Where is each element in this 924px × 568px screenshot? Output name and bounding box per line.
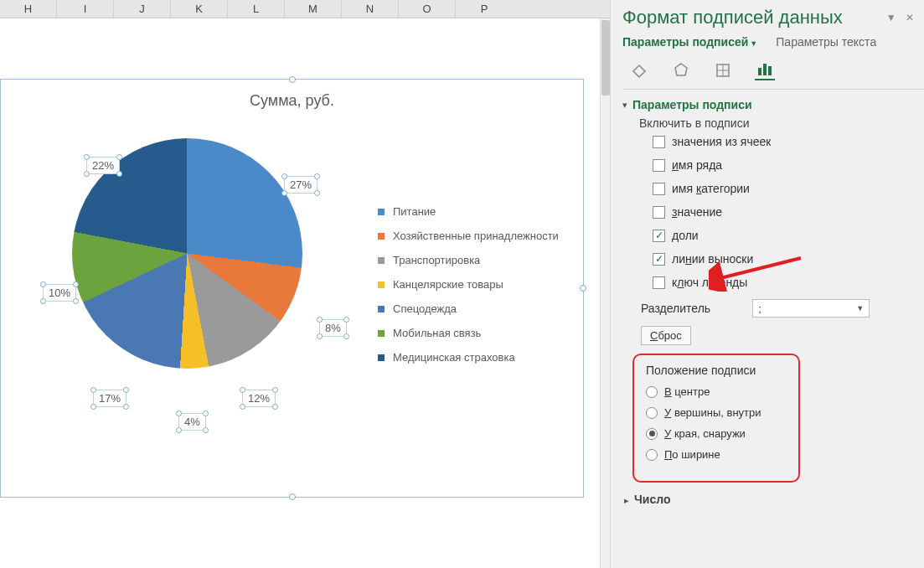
- checkbox-percentage[interactable]: [653, 230, 665, 242]
- legend-item[interactable]: Канцелярские товары: [378, 278, 559, 291]
- checkbox-series-name[interactable]: [653, 159, 665, 172]
- legend-item[interactable]: Транспортировка: [378, 254, 559, 266]
- checkbox-value[interactable]: [653, 206, 665, 219]
- svg-rect-4: [758, 68, 761, 75]
- format-data-labels-panel: Формат подписей данных ▼ ✕ Параметры под…: [610, 0, 924, 568]
- data-label[interactable]: 4%: [178, 413, 206, 431]
- grid-body[interactable]: Сумма, руб. 27% 8% 12% 4% 17% 10% 22% Пи…: [0, 18, 600, 568]
- reset-button[interactable]: Сброс: [641, 326, 691, 345]
- data-label[interactable]: 8%: [319, 319, 347, 337]
- checkbox-leader-lines[interactable]: [653, 253, 665, 266]
- checkbox-label: доли: [672, 229, 699, 242]
- legend-item[interactable]: Хозяйственные принадлежности: [378, 230, 559, 242]
- legend-item[interactable]: Спецодежда: [378, 302, 559, 315]
- col-header[interactable]: P: [456, 0, 513, 18]
- svg-rect-5: [763, 64, 767, 75]
- col-header[interactable]: K: [171, 0, 228, 18]
- data-label[interactable]: 12%: [242, 390, 276, 407]
- checkbox-label: имя категории: [672, 182, 750, 195]
- col-header[interactable]: I: [57, 0, 114, 18]
- include-in-label: Включить в подписи: [639, 116, 924, 130]
- col-header[interactable]: O: [399, 0, 456, 18]
- checkbox-category-name[interactable]: [653, 183, 665, 195]
- col-header[interactable]: L: [228, 0, 285, 18]
- radio-best-fit[interactable]: По ширине: [646, 448, 787, 461]
- col-header[interactable]: H: [0, 0, 57, 18]
- checkbox-from-cells[interactable]: [653, 136, 665, 148]
- radio-inside-end[interactable]: У вершины, внутри: [646, 406, 787, 419]
- column-headers: H I J K L M N O P: [0, 0, 610, 18]
- legend-item[interactable]: Медицинская страховка: [378, 351, 559, 364]
- tab-text-options[interactable]: Параметры текста: [776, 35, 876, 49]
- separator-dropdown[interactable]: ;▼: [752, 299, 870, 318]
- scrollbar-thumb[interactable]: [601, 20, 610, 96]
- chart-legend[interactable]: Питание Хозяйственные принадлежности Тра…: [378, 205, 559, 375]
- legend-item[interactable]: Питание: [378, 205, 559, 218]
- chart-title[interactable]: Сумма, руб.: [1, 92, 583, 110]
- fill-icon[interactable]: [629, 60, 649, 80]
- resize-handle[interactable]: [580, 285, 586, 292]
- separator-label: Разделитель: [641, 302, 710, 315]
- panel-controls[interactable]: ▼ ✕: [886, 12, 917, 23]
- section-number[interactable]: Число: [624, 493, 924, 506]
- worksheet-area: H I J K L M N O P Сумма, руб. 27% 8% 12%…: [0, 0, 610, 568]
- data-label[interactable]: 10%: [43, 284, 76, 302]
- svg-rect-6: [768, 66, 772, 75]
- resize-handle[interactable]: [289, 493, 296, 500]
- chart-object[interactable]: Сумма, руб. 27% 8% 12% 4% 17% 10% 22% Пи…: [0, 79, 584, 498]
- checkbox-legend-key[interactable]: [653, 276, 665, 289]
- legend-item[interactable]: Мобильная связь: [378, 327, 559, 339]
- radio-outside-end[interactable]: У края, снаружи: [646, 427, 787, 440]
- col-header[interactable]: J: [114, 0, 171, 18]
- label-position-group: Положение подписи В центре У вершины, вн…: [632, 354, 800, 483]
- svg-marker-0: [675, 64, 687, 75]
- checkbox-label: ключ легенды: [672, 276, 747, 289]
- tab-label-options[interactable]: Параметры подписей▼: [622, 35, 757, 49]
- position-title: Положение подписи: [646, 364, 787, 377]
- vertical-scrollbar[interactable]: [600, 18, 610, 568]
- section-label-options[interactable]: Параметры подписи: [622, 98, 924, 111]
- data-label[interactable]: 22%: [86, 157, 120, 174]
- checkbox-label: значения из ячеек: [672, 135, 771, 148]
- data-label[interactable]: 27%: [284, 176, 317, 194]
- label-options-icon[interactable]: [755, 60, 775, 80]
- checkbox-label: значение: [672, 205, 722, 219]
- col-header[interactable]: N: [342, 0, 399, 18]
- panel-title: Формат подписей данных: [622, 7, 843, 28]
- resize-handle[interactable]: [289, 76, 296, 83]
- size-icon[interactable]: [713, 60, 733, 80]
- radio-center[interactable]: В центре: [646, 385, 787, 398]
- checkbox-label: имя ряда: [672, 158, 722, 172]
- col-header[interactable]: M: [285, 0, 342, 18]
- effects-icon[interactable]: [671, 60, 691, 80]
- checkbox-label: линии выноски: [672, 252, 753, 266]
- data-label[interactable]: 17%: [93, 390, 126, 407]
